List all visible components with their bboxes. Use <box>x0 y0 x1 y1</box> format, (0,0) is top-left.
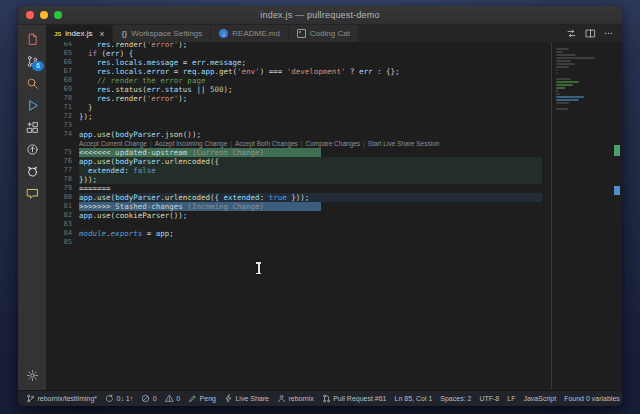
status-liveshare-user[interactable]: rebornix <box>273 391 318 406</box>
code-line[interactable]: 81>>>>>>> Stashed-changes (Incoming Chan… <box>46 202 542 211</box>
code-line[interactable]: 80app.use(bodyParser.urlencoded({ extend… <box>46 193 542 202</box>
open-changes-icon[interactable] <box>566 28 577 39</box>
code-line[interactable]: 65 if (err) { <box>46 49 542 58</box>
status-variables-found[interactable]: Found 0 variables <box>560 391 622 406</box>
status-git-branch[interactable]: rebornix/testliming* <box>22 391 101 406</box>
codelens-action[interactable]: Accept Current Change <box>79 140 147 147</box>
minimap[interactable] <box>551 42 612 390</box>
code-line[interactable]: 78})); <box>46 175 542 184</box>
code-line[interactable]: 71 } <box>46 103 542 112</box>
code-text: // render the error page <box>79 76 542 85</box>
title-bar[interactable]: index.js — pullrequest-demo <box>18 6 622 25</box>
status-indentation[interactable]: Spaces: 2 <box>436 391 475 406</box>
code-line[interactable]: 73 <box>46 121 542 130</box>
zoom-window-button[interactable] <box>54 11 62 19</box>
code-line[interactable]: 72}); <box>46 112 542 121</box>
extensions-icon[interactable] <box>18 116 46 138</box>
code-line[interactable]: 85 <box>46 238 542 247</box>
status-live-share[interactable]: Live Share <box>220 391 273 406</box>
line-number: 69 <box>46 85 79 94</box>
code-text <box>79 121 542 130</box>
codelens-action[interactable]: Start Live Share Session <box>368 140 440 147</box>
status-warnings[interactable]: 0 <box>161 391 184 406</box>
line-number: 76 <box>46 157 79 166</box>
status-label: 0↓ 1↑ <box>117 395 134 402</box>
tab-coding-cat[interactable]: Coding Cat <box>289 25 359 42</box>
tab-index-js[interactable]: JSindex.js× <box>46 25 113 42</box>
code-line[interactable]: 79======= <box>46 184 542 193</box>
line-number: 71 <box>46 103 79 112</box>
line-number: 84 <box>46 229 79 238</box>
tab-readme-md[interactable]: ↓README.md <box>211 25 289 42</box>
warning-icon <box>165 394 174 403</box>
split-editor-icon[interactable] <box>585 28 596 39</box>
code-line[interactable]: 83 <box>46 220 542 229</box>
settings-json-icon: {} <box>121 29 127 38</box>
codelens-separator: | <box>150 140 152 147</box>
live-share-icon[interactable] <box>18 138 46 160</box>
comments-icon[interactable] <box>18 182 46 204</box>
close-tab-icon[interactable]: × <box>99 29 104 39</box>
code-line[interactable]: 84module.exports = app; <box>46 229 542 238</box>
code-line[interactable]: 68 // render the error page <box>46 76 542 85</box>
code-line[interactable]: 67 res.locals.error = req.app.get('env')… <box>46 67 542 76</box>
scm-change-badge: 6 <box>32 61 44 71</box>
code-text: })); <box>79 175 542 184</box>
status-pull-request[interactable]: Pull Request #61 <box>318 391 391 406</box>
github-icon[interactable] <box>18 160 46 182</box>
status-label: rebornix/testliming* <box>38 395 98 402</box>
explorer-icon[interactable] <box>18 28 46 50</box>
codelens-action[interactable]: Accept Both Changes <box>235 140 298 147</box>
code-line[interactable]: 82app.use(cookieParser()); <box>46 211 542 220</box>
status-errors[interactable]: 0 <box>137 391 160 406</box>
codelens-separator: | <box>230 140 232 147</box>
status-encoding[interactable]: UTF-8 <box>475 391 503 406</box>
code-line[interactable]: 66 res.locals.message = err.message; <box>46 58 542 67</box>
code-text: extended: false <box>79 166 542 175</box>
activity-bar: 6 <box>18 25 46 390</box>
status-liveshare-participant[interactable]: Peng <box>184 391 220 406</box>
codelens-action[interactable]: Compare Changes <box>306 140 361 147</box>
settings-icon[interactable] <box>18 364 46 386</box>
minimize-window-button[interactable] <box>40 11 48 19</box>
incoming-change-overview-mark <box>614 186 620 195</box>
code-line[interactable]: 70 res.render('error'); <box>46 94 542 103</box>
code-line[interactable]: 76app.use(bodyParser.urlencoded({ <box>46 157 542 166</box>
vscode-window: index.js — pullrequest-demo 6 JSindex.js… <box>18 6 622 406</box>
line-number: 82 <box>46 211 79 220</box>
close-window-button[interactable] <box>26 11 34 19</box>
codelens-separator: | <box>363 140 365 147</box>
code-text: >>>>>>> Stashed-changes (Incoming Change… <box>79 202 542 211</box>
codelens-separator: | <box>301 140 303 147</box>
code-line[interactable]: 74app.use(bodyParser.json()); <box>46 130 542 139</box>
more-actions-icon[interactable]: ⋯ <box>604 28 613 39</box>
codelens-action[interactable]: Accept Incoming Change <box>155 140 228 147</box>
code-line[interactable]: 77 extended: false <box>46 166 542 175</box>
code-text: } <box>79 103 542 112</box>
status-eol[interactable]: LF <box>503 391 519 406</box>
status-git-sync[interactable]: 0↓ 1↑ <box>101 391 137 406</box>
line-number: 77 <box>46 166 79 175</box>
debug-icon[interactable] <box>18 94 46 116</box>
status-label: 0 <box>176 395 180 402</box>
line-number: 75 <box>46 148 79 157</box>
tab-label: README.md <box>232 29 280 38</box>
line-number: 67 <box>46 67 79 76</box>
status-bar: rebornix/testliming*0↓ 1↑00PengLive Shar… <box>18 390 622 406</box>
code-line[interactable]: 64 res.render('error'); <box>46 42 542 49</box>
search-icon[interactable] <box>18 72 46 94</box>
code-line[interactable]: 69 res.status(err.status || 500); <box>46 85 542 94</box>
status-label: JavaScript <box>523 395 556 402</box>
tab-workspace-settings[interactable]: {}Workspace Settings <box>113 25 211 42</box>
code-line[interactable]: 75<<<<<<< updated-upstream (Current Chan… <box>46 148 542 157</box>
code-text: module.exports = app; <box>79 229 542 238</box>
source-control-icon[interactable]: 6 <box>18 50 46 72</box>
status-cursor-position[interactable]: Ln 85, Col 1 <box>391 391 437 406</box>
error-icon <box>141 394 150 403</box>
line-number: 78 <box>46 175 79 184</box>
code-text: res.locals.error = req.app.get('env') ==… <box>79 67 542 76</box>
javascript-file-icon: JS <box>54 31 61 37</box>
status-language-mode[interactable]: JavaScript <box>519 391 560 406</box>
code-text <box>79 220 542 229</box>
editor[interactable]: 64 res.render('error');65 if (err) {66 r… <box>46 42 622 390</box>
